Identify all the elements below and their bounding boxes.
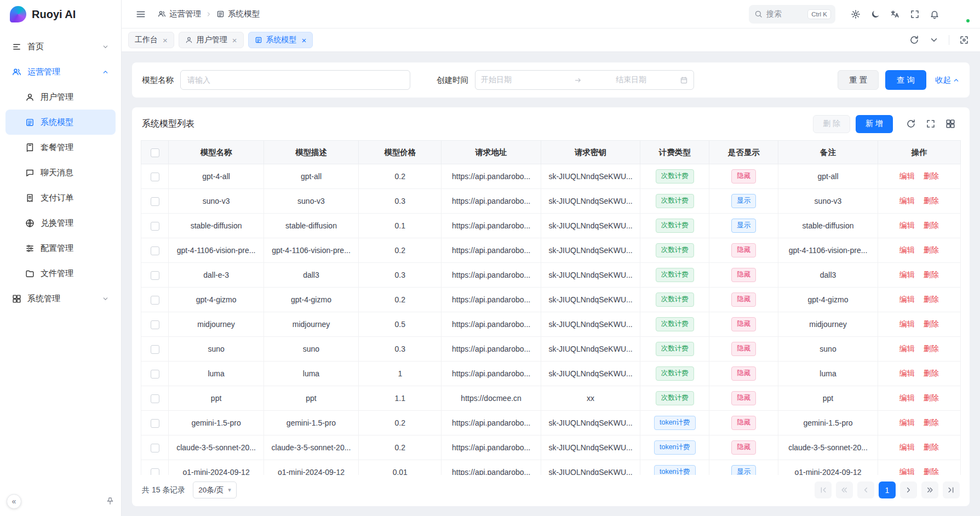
delete-link[interactable]: 删除 [924,270,939,279]
edit-link[interactable]: 编辑 [899,171,915,180]
breadcrumb-item-operations[interactable]: 运营管理 [158,9,201,19]
edit-link[interactable]: 编辑 [899,196,915,205]
next-page-button[interactable] [900,481,917,498]
sidebar-group-operations[interactable]: 运营管理 [5,59,116,84]
edit-link[interactable]: 编辑 [899,270,915,279]
row-checkbox[interactable] [151,468,159,475]
translate-icon[interactable] [886,5,904,24]
tab-options-chevron-down-icon[interactable] [925,31,943,49]
delete-link[interactable]: 删除 [924,171,939,180]
delete-link[interactable]: 删除 [924,319,939,328]
edit-link[interactable]: 编辑 [899,245,915,254]
moon-icon[interactable] [866,5,885,24]
prev-page-button[interactable] [857,481,874,498]
delete-link[interactable]: 删除 [924,196,939,205]
edit-link[interactable]: 编辑 [899,221,915,230]
gear-icon[interactable] [846,5,865,24]
last-page-button[interactable] [943,481,960,498]
row-checkbox[interactable] [151,173,159,181]
delete-link[interactable]: 删除 [924,418,939,427]
column-header: 模型名称 [169,141,263,164]
bell-icon[interactable] [925,5,944,24]
edit-link[interactable]: 编辑 [899,344,915,353]
delete-link[interactable]: 删除 [924,443,939,451]
row-checkbox[interactable] [151,296,159,305]
row-checkbox[interactable] [151,444,159,452]
hamburger-menu-icon[interactable] [131,5,150,24]
column-settings-icon[interactable] [941,114,960,133]
start-date-input[interactable]: 开始日期 [481,75,570,85]
sidebar-item-file-management[interactable]: 文件管理 [5,261,116,286]
query-button[interactable]: 查 询 [885,70,926,90]
billing-type-tag: 次数计费 [656,169,694,183]
cell-model-name: gpt-4-all [169,164,263,189]
sidebar-item-exchange-management[interactable]: 兑换管理 [5,210,116,236]
fullscreen-icon[interactable] [906,5,924,24]
row-checkbox[interactable] [151,370,159,379]
row-checkbox[interactable] [151,419,159,428]
row-checkbox[interactable] [151,394,159,403]
pin-icon[interactable] [106,497,114,506]
table-head-row: 模型名称模型描述模型价格请求地址请求密钥计费类型是否显示备注操作 [141,141,961,164]
content-fullscreen-icon[interactable] [955,31,973,49]
close-icon[interactable]: × [232,36,237,44]
cell-request-key: sk-JIUQLNndqSeKWU... [541,214,640,238]
sidebar-item-user-management[interactable]: 用户管理 [5,84,116,110]
model-name-input[interactable] [180,70,410,90]
sidebar-item-system-model[interactable]: 系统模型 [5,110,116,135]
tab-workbench[interactable]: 工作台× [128,32,174,48]
row-checkbox[interactable] [151,222,159,231]
delete-link[interactable]: 删除 [924,295,939,303]
edit-link[interactable]: 编辑 [899,467,915,475]
edit-link[interactable]: 编辑 [899,369,915,377]
edit-link[interactable]: 编辑 [899,319,915,328]
first-page-button[interactable] [815,481,832,498]
sidebar-group-system[interactable]: 系统管理 [5,286,116,311]
tab-user-management[interactable]: 用户管理× [179,32,244,48]
search-input[interactable]: 搜索 Ctrl K [749,5,835,24]
sidebar-collapse-button[interactable]: « [7,494,21,509]
page-1-button[interactable]: 1 [879,481,896,498]
refresh-tab-icon[interactable] [905,31,924,49]
delete-link[interactable]: 删除 [924,245,939,254]
close-icon[interactable]: × [163,36,168,44]
add-button[interactable]: 新 增 [856,115,893,133]
end-date-input[interactable]: 结束日期 [587,75,675,85]
reset-button[interactable]: 重 置 [838,70,879,90]
select-all-checkbox[interactable] [151,148,159,157]
sidebar-item-chat-messages[interactable]: 聊天消息 [5,160,116,185]
delete-link[interactable]: 删除 [924,221,939,230]
next-5-pages-button[interactable] [921,481,938,498]
edit-link[interactable]: 编辑 [899,443,915,451]
cell-model-price: 1 [359,362,442,386]
row-checkbox[interactable] [151,246,159,255]
sidebar-item-config-management[interactable]: 配置管理 [5,236,116,261]
page-size-select[interactable]: 20条/页 ▾ [193,481,236,498]
edit-link[interactable]: 编辑 [899,393,915,402]
breadcrumb-item-system-model[interactable]: 系统模型 [216,9,260,19]
sidebar-item-home[interactable]: 首页 [5,34,116,59]
row-checkbox[interactable] [151,320,159,329]
table-fullscreen-icon[interactable] [921,114,940,133]
edit-link[interactable]: 编辑 [899,418,915,427]
avatar[interactable] [953,5,970,23]
delete-selected-button[interactable]: 删 除 [813,115,850,133]
collapse-filter-link[interactable]: 收起 [935,75,960,85]
create-time-range-picker[interactable]: 开始日期 结束日期 [475,70,694,90]
delete-link[interactable]: 删除 [924,344,939,353]
close-icon[interactable]: × [302,36,307,44]
panel-footer: 共 15 条记录 20条/页 ▾ 1 [132,475,970,506]
delete-link[interactable]: 删除 [924,467,939,475]
delete-link[interactable]: 删除 [924,369,939,377]
refresh-table-icon[interactable] [902,114,920,133]
sidebar-item-payment-orders[interactable]: 支付订单 [5,185,116,210]
row-checkbox[interactable] [151,197,159,206]
prev-5-pages-button[interactable] [836,481,853,498]
edit-link[interactable]: 编辑 [899,295,915,303]
sidebar-item-package-management[interactable]: 套餐管理 [5,135,116,160]
row-checkbox[interactable] [151,271,159,280]
delete-link[interactable]: 删除 [924,393,939,402]
row-checkbox[interactable] [151,345,159,354]
package-icon [25,143,35,152]
tab-system-model[interactable]: 系统模型× [248,32,313,48]
